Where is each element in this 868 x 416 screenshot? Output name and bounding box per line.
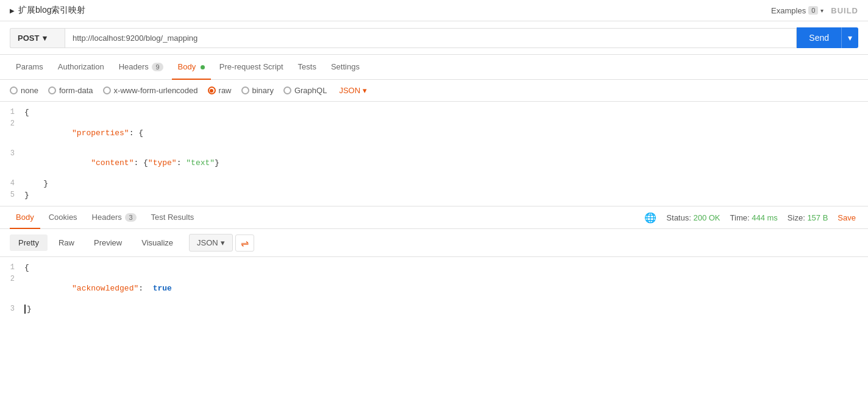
top-bar-right: Examples 0 ▾ BUILD <box>771 6 858 15</box>
save-button[interactable]: Save <box>838 213 856 222</box>
radio-circle-binary <box>241 86 249 94</box>
req-line-1: 1 { <box>0 107 868 118</box>
wrap-icon: ⇌ <box>241 238 249 249</box>
response-toolbar: Pretty Raw Preview Visualize JSON ▾ ⇌ <box>0 229 868 257</box>
tab-settings[interactable]: Settings <box>325 55 366 80</box>
resp-tab-headers[interactable]: Headers 3 <box>86 206 143 229</box>
method-select[interactable]: POST ▾ <box>10 28 65 48</box>
preview-button[interactable]: Preview <box>85 234 130 251</box>
top-bar: ▶ 扩展blog索引映射 Examples 0 ▾ BUILD <box>0 0 868 21</box>
tab-tests[interactable]: Tests <box>292 55 322 80</box>
response-status-bar: 🌐 Status: 200 OK Time: 444 ms Size: 157 … <box>644 212 858 224</box>
send-button[interactable]: Send ▾ <box>797 27 858 48</box>
body-options: none form-data x-www-form-urlencoded raw… <box>0 80 868 102</box>
radio-none[interactable]: none <box>10 86 38 95</box>
page-title: ▶ 扩展blog索引映射 <box>10 5 85 16</box>
expand-icon[interactable]: ▶ <box>10 7 15 14</box>
status-value: 200 OK <box>693 213 720 222</box>
radio-circle-graphql <box>283 86 291 94</box>
req-line-3: 3 "content": {"type": "text"} <box>0 148 868 178</box>
radio-circle-raw <box>208 86 216 94</box>
req-line-2: 2 "properties": { <box>0 118 868 148</box>
headers-badge: 9 <box>152 63 163 71</box>
title-text: 扩展blog索引映射 <box>18 5 85 16</box>
resp-line-2: 2 "acknowledged": true <box>0 273 868 303</box>
build-button[interactable]: BUILD <box>831 6 858 15</box>
radio-circle-formdata <box>48 86 56 94</box>
resp-json-chevron-icon: ▾ <box>221 238 225 247</box>
radio-form-data[interactable]: form-data <box>48 86 93 95</box>
resp-tab-body[interactable]: Body <box>10 206 40 229</box>
req-line-5: 5 } <box>0 189 868 201</box>
radio-graphql[interactable]: GraphQL <box>283 86 327 95</box>
req-line-4: 4 } <box>0 178 868 189</box>
json-chevron-icon: ▾ <box>363 86 367 95</box>
examples-button[interactable]: Examples 0 ▾ <box>771 6 824 15</box>
chevron-down-icon: ▾ <box>820 7 824 14</box>
response-json-label: JSON <box>197 238 218 247</box>
visualize-button[interactable]: Visualize <box>133 234 182 251</box>
radio-circle-none <box>10 86 18 94</box>
time-value: 444 ms <box>752 213 778 222</box>
radio-raw[interactable]: raw <box>208 86 232 95</box>
resp-tab-cookies[interactable]: Cookies <box>43 206 84 229</box>
pretty-button[interactable]: Pretty <box>10 234 48 251</box>
response-json-select[interactable]: JSON ▾ <box>189 234 233 252</box>
send-label: Send <box>797 27 841 48</box>
url-bar: POST ▾ Send ▾ <box>0 21 868 55</box>
body-dot <box>201 65 205 69</box>
json-format-label: JSON <box>339 86 360 95</box>
resp-tab-testresults[interactable]: Test Results <box>145 206 201 229</box>
request-tabs: Params Authorization Headers 9 Body Pre-… <box>0 55 868 80</box>
tab-authorization[interactable]: Authorization <box>52 55 110 80</box>
examples-badge: 0 <box>808 6 818 15</box>
globe-icon: 🌐 <box>644 212 656 224</box>
size-value: 157 B <box>807 213 828 222</box>
tab-headers[interactable]: Headers 9 <box>113 55 169 80</box>
radio-binary[interactable]: binary <box>241 86 274 95</box>
url-input[interactable] <box>65 28 797 48</box>
method-label: POST <box>18 33 39 43</box>
json-format-select[interactable]: JSON ▾ <box>339 86 367 95</box>
tab-body[interactable]: Body <box>172 55 211 80</box>
tab-params[interactable]: Params <box>10 55 49 80</box>
request-editor[interactable]: 1 { 2 "properties": { 3 "content": {"typ… <box>0 102 868 206</box>
raw-button[interactable]: Raw <box>50 234 83 251</box>
resp-line-1: 1 { <box>0 262 868 273</box>
response-body: 1 { 2 "acknowledged": true 3 } <box>0 257 868 320</box>
radio-circle-urlencoded <box>103 86 111 94</box>
tab-prerequest[interactable]: Pre-request Script <box>213 55 290 80</box>
resp-line-3: 3 } <box>0 303 868 315</box>
radio-urlencoded[interactable]: x-www-form-urlencoded <box>103 86 198 95</box>
resp-headers-badge: 3 <box>125 213 136 222</box>
send-dropdown-icon[interactable]: ▾ <box>841 27 858 48</box>
response-tabs: Body Cookies Headers 3 Test Results 🌐 St… <box>0 206 868 229</box>
method-chevron-icon: ▾ <box>43 33 47 43</box>
wrap-button[interactable]: ⇌ <box>235 234 254 252</box>
